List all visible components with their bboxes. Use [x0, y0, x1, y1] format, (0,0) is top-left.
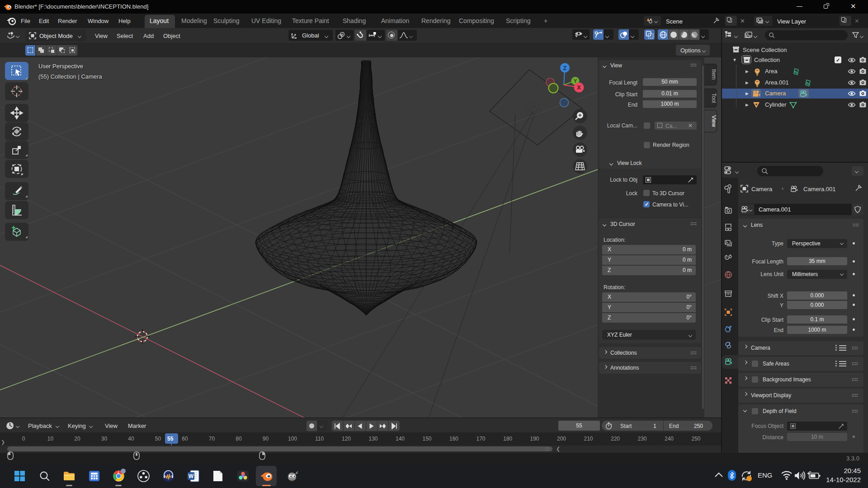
svg-text:Y: Y — [574, 78, 577, 84]
svg-text:X: X — [577, 84, 580, 91]
svg-text:W: W — [189, 473, 194, 479]
svg-text:Z: Z — [563, 65, 566, 71]
